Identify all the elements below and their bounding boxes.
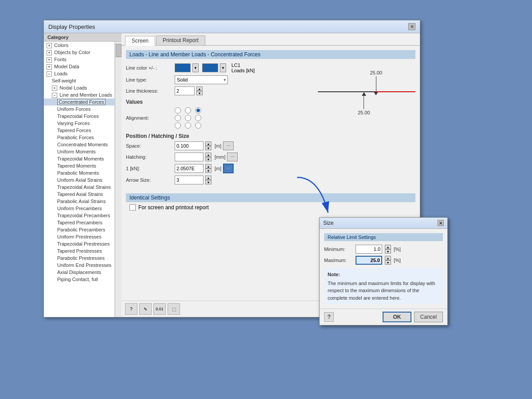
kn-spinner[interactable]: ▲ ▼ bbox=[205, 164, 211, 173]
space-up[interactable]: ▲ bbox=[205, 141, 211, 146]
radio-4[interactable] bbox=[175, 115, 181, 121]
tree-item-trapezoidal-moments[interactable]: Trapezoidal Moments bbox=[44, 155, 114, 162]
radio-9[interactable] bbox=[195, 122, 201, 129]
thickness-down[interactable]: ▼ bbox=[196, 91, 203, 95]
tree-item-axial-displacements[interactable]: Axial Displacements bbox=[44, 269, 114, 276]
tree-item-tapered-prestresses[interactable]: Tapered Prestresses bbox=[44, 247, 114, 254]
space-spinner[interactable]: ▲ ▼ bbox=[205, 141, 211, 150]
hatching-up[interactable]: ▲ bbox=[205, 153, 211, 157]
tree-item-colors[interactable]: + Colors bbox=[44, 42, 114, 49]
hatching-down[interactable]: ▼ bbox=[205, 157, 211, 161]
tree-item-self-weight[interactable]: Self-weight bbox=[44, 77, 114, 84]
space-input[interactable] bbox=[175, 141, 203, 150]
tree-item-model-data[interactable]: + Model Data bbox=[44, 63, 114, 70]
tree-item-uniform-end-prestresses[interactable]: Uniform End Prestresses bbox=[44, 262, 114, 269]
color-box-1[interactable] bbox=[175, 63, 191, 72]
space-down[interactable]: ▼ bbox=[205, 146, 211, 150]
kn-up[interactable]: ▲ bbox=[205, 164, 211, 168]
min-up[interactable]: ▲ bbox=[385, 245, 391, 249]
tree-item-parabolic-precambers[interactable]: Parabolic Precambers bbox=[44, 226, 114, 233]
tree-item-uniform-precambers[interactable]: Uniform Precambers bbox=[44, 205, 114, 212]
color-dropdown-2[interactable]: ▼ bbox=[220, 63, 226, 72]
tree-expand-line-member[interactable]: − bbox=[52, 93, 57, 98]
tree-item-concentrated-forces[interactable]: Concentrated Forces bbox=[44, 98, 114, 106]
tree-expand-loads[interactable]: − bbox=[47, 71, 52, 77]
scrollbar[interactable] bbox=[115, 42, 121, 317]
tree-item-loads[interactable]: − Loads bbox=[44, 70, 114, 77]
tree-item-concentrated-moments[interactable]: Concentrated Moments bbox=[44, 141, 114, 148]
radio-7[interactable] bbox=[175, 122, 181, 129]
maximum-input[interactable] bbox=[356, 256, 382, 265]
tree-item-uniform-moments[interactable]: Uniform Moments bbox=[44, 148, 114, 155]
tree-item-trapezoidal-forces[interactable]: Trapezoidal Forces bbox=[44, 113, 114, 120]
tree-item-tapered-forces[interactable]: Tapered Forces bbox=[44, 127, 114, 134]
hatching-input[interactable] bbox=[175, 153, 203, 161]
tree-item-varying-forces[interactable]: Varying Forces bbox=[44, 120, 114, 127]
tree-expand-objects[interactable]: + bbox=[47, 50, 52, 55]
max-up[interactable]: ▲ bbox=[385, 256, 391, 260]
dialog-close-button[interactable]: ✕ bbox=[408, 23, 415, 30]
edit-button[interactable]: ✎ bbox=[139, 303, 152, 315]
minimum-input[interactable] bbox=[356, 245, 382, 254]
tree-expand-nodal[interactable]: + bbox=[52, 86, 57, 91]
scroll-thumb[interactable] bbox=[116, 44, 121, 57]
color-dropdown-1[interactable]: ▼ bbox=[192, 63, 199, 72]
tree-item-line-member[interactable]: − Line and Member Loads bbox=[44, 91, 114, 98]
tree-item-uniform-forces[interactable]: Uniform Forces bbox=[44, 106, 114, 113]
arrow-up[interactable]: ▲ bbox=[205, 176, 211, 180]
decimal-button[interactable]: 0.01 bbox=[153, 303, 166, 315]
tree-item-parabolic-forces[interactable]: Parabolic Forces bbox=[44, 134, 114, 141]
tree-expand-model-data[interactable]: + bbox=[47, 64, 52, 70]
tree-expand-fonts[interactable]: + bbox=[47, 57, 52, 63]
min-down[interactable]: ▼ bbox=[385, 249, 391, 254]
tree-item-nodal-loads[interactable]: + Nodal Loads bbox=[44, 84, 114, 91]
min-spinner[interactable]: ▲ ▼ bbox=[385, 245, 391, 254]
kn-input[interactable] bbox=[175, 164, 203, 173]
tree-item-trapezoidal-prestresses[interactable]: Trapezoidal Prestresses bbox=[44, 240, 114, 247]
max-down[interactable]: ▼ bbox=[385, 260, 391, 265]
space-browse[interactable]: ⋯ bbox=[223, 141, 234, 150]
kn-browse-active[interactable]: ⋯ bbox=[223, 164, 234, 173]
size-dialog-close[interactable]: ✕ bbox=[438, 220, 444, 226]
help-button[interactable]: ? bbox=[125, 303, 137, 315]
hatching-spinner[interactable]: ▲ ▼ bbox=[205, 153, 211, 161]
tree-item-parabolic-prestresses[interactable]: Parabolic Prestresses bbox=[44, 254, 114, 262]
radio-6[interactable] bbox=[195, 115, 201, 121]
line-type-select[interactable]: Solid ▼ bbox=[175, 75, 228, 84]
ok-button[interactable]: OK bbox=[383, 312, 411, 322]
tree-item-fonts[interactable]: + Fonts bbox=[44, 56, 114, 63]
radio-3[interactable] bbox=[195, 107, 201, 113]
max-spinner[interactable]: ▲ ▼ bbox=[385, 256, 391, 265]
line-thickness-input[interactable] bbox=[175, 86, 195, 95]
radio-8[interactable] bbox=[185, 122, 191, 129]
size-help-button[interactable]: ? bbox=[324, 312, 334, 322]
tree-item-tapered-precambers[interactable]: Tapered Precambers bbox=[44, 219, 114, 226]
tree-item-trapezoidal-axial[interactable]: Trapezoidal Axial Strains bbox=[44, 184, 114, 191]
tree-item-tapered-moments[interactable]: Tapered Moments bbox=[44, 162, 114, 169]
tree-item-trapezoidal-precambers[interactable]: Trapezoidal Precambers bbox=[44, 212, 114, 219]
radio-5[interactable] bbox=[185, 115, 191, 121]
tree-item-objects-by-color[interactable]: + Objects by Color bbox=[44, 49, 114, 56]
tree-item-uniform-prestresses[interactable]: Uniform Prestresses bbox=[44, 233, 114, 240]
tab-screen[interactable]: Screen bbox=[125, 36, 155, 46]
arrow-spinner[interactable]: ▲ ▼ bbox=[205, 176, 211, 184]
kn-down[interactable]: ▼ bbox=[205, 168, 211, 173]
layout-button[interactable]: ⬚ bbox=[168, 303, 180, 315]
color-box-2[interactable] bbox=[202, 63, 218, 72]
for-screen-checkbox[interactable] bbox=[129, 204, 136, 211]
tree-item-parabolic-moments[interactable]: Parabolic Moments bbox=[44, 169, 114, 176]
arrow-size-input[interactable] bbox=[175, 176, 203, 184]
thickness-up[interactable]: ▲ bbox=[196, 86, 203, 91]
tree-item-piping-contact[interactable]: Piping Contact, full bbox=[44, 276, 114, 283]
cancel-button[interactable]: Cancel bbox=[414, 312, 443, 322]
tree-expand-colors[interactable]: + bbox=[47, 43, 52, 48]
radio-2[interactable] bbox=[185, 107, 191, 113]
tree-item-uniform-axial[interactable]: Uniform Axial Strains bbox=[44, 176, 114, 184]
hatching-browse[interactable]: ⋯ bbox=[227, 153, 238, 161]
tree-item-parabolic-axial[interactable]: Parabolic Axial Strains bbox=[44, 198, 114, 205]
tab-printout[interactable]: Printout Report bbox=[156, 35, 205, 45]
arrow-down[interactable]: ▼ bbox=[205, 180, 211, 184]
tree-item-tapered-axial[interactable]: Tapered Axial Strains bbox=[44, 191, 114, 198]
radio-1[interactable] bbox=[175, 107, 181, 113]
thickness-spinner[interactable]: ▲ ▼ bbox=[196, 86, 203, 95]
